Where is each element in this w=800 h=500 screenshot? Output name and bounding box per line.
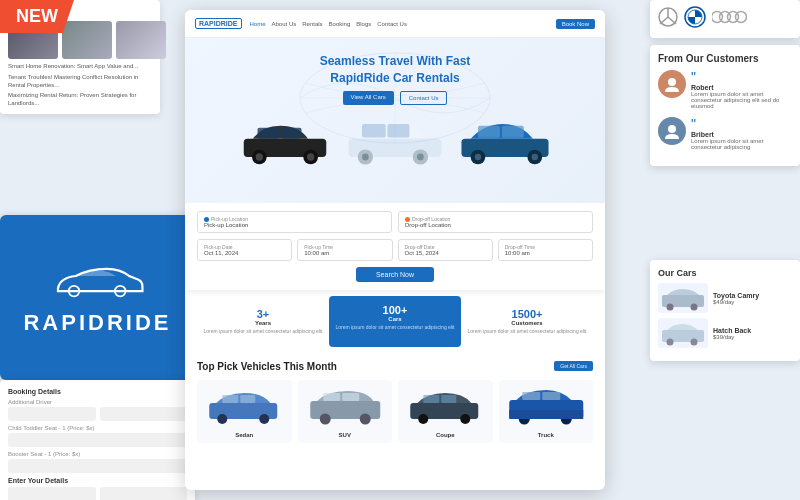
- quote-mark-1: ": [691, 70, 792, 84]
- svg-point-19: [256, 153, 263, 160]
- svg-rect-48: [441, 395, 456, 403]
- svg-line-2: [660, 17, 668, 24]
- logo-section: RAPIDRIDE: [0, 215, 195, 380]
- right-car-thumb-1: [658, 283, 708, 313]
- brand-logo-bmw: [684, 6, 706, 32]
- vehicle-grid: Sedan SUV: [197, 380, 593, 443]
- pick-car-3-image: [403, 385, 488, 425]
- nav-link-contact[interactable]: Contact Us: [377, 21, 407, 27]
- testimonial-content-2: " Bribert Lorem ipsum dolor sit amet con…: [691, 117, 792, 150]
- svg-point-26: [362, 153, 369, 160]
- name-row: [8, 487, 187, 500]
- dropoff-date-value: Oct 15, 2024: [405, 250, 486, 256]
- svg-point-57: [668, 78, 676, 86]
- svg-point-49: [418, 414, 428, 424]
- nav-link-about[interactable]: About Us: [272, 21, 297, 27]
- get-all-cars-button[interactable]: Get All Cars: [554, 361, 593, 371]
- nav-link-home[interactable]: Home: [250, 21, 266, 27]
- testimonial-name-1: Robert: [691, 84, 792, 91]
- pickup-time-value: 10:00 am: [304, 250, 385, 256]
- dropoff-location-value: Drop-off Location: [405, 222, 586, 228]
- nav-link-booking[interactable]: Booking: [329, 21, 351, 27]
- svg-point-33: [475, 153, 481, 159]
- nav-logo: RAPIDRIDE: [195, 18, 242, 29]
- right-car-item-2: Hatch Back $39/day: [658, 318, 792, 348]
- svg-point-40: [259, 414, 269, 424]
- svg-point-61: [691, 304, 698, 311]
- svg-point-60: [667, 304, 674, 311]
- search-section: Pick-up Location Pick-up Location Drop-o…: [185, 203, 605, 290]
- svg-point-39: [217, 414, 227, 424]
- svg-rect-53: [542, 392, 560, 400]
- right-car-thumb-2: [658, 318, 708, 348]
- booster-field: [8, 459, 187, 473]
- stats-section: 3+ Years Lorem ipsum dolor sit amet cons…: [185, 290, 605, 353]
- testimonial-name-2: Bribert: [691, 131, 792, 138]
- pickup-date-field[interactable]: Pick-up Date Oct 11, 2024: [197, 239, 292, 261]
- testimonials-title: From Our Customers: [658, 53, 792, 64]
- right-cars-section: Our Cars Toyota Camry $49/day Hatch Ba: [650, 260, 800, 361]
- brand-name: RAPIDRIDE: [23, 310, 171, 336]
- stat-cars-label: Cars: [335, 316, 455, 322]
- blog-excerpt-3: Maximizing Rental Return: Proven Strateg…: [8, 92, 152, 108]
- pickup-location-field[interactable]: Pick-up Location Pick-up Location: [197, 211, 392, 233]
- quote-mark-2: ": [691, 117, 792, 131]
- right-car-info-1: Toyota Camry $49/day: [713, 292, 759, 305]
- pick-name-3: Coupe: [403, 432, 488, 438]
- svg-point-35: [532, 153, 538, 159]
- search-now-button[interactable]: Search Now: [356, 267, 434, 282]
- dropoff-location-field[interactable]: Drop-off Location Drop-off Location: [398, 211, 593, 233]
- first-name-field: [8, 487, 96, 500]
- testimonials-section: From Our Customers " Robert Lorem ipsum …: [650, 45, 800, 166]
- pickup-date-value: Oct 11, 2024: [204, 250, 285, 256]
- nav-link-blogs[interactable]: Blogs: [356, 21, 371, 27]
- stat-cars-desc: Lorem ipsum dolor sit amet consectetur a…: [335, 324, 455, 331]
- mockup-navbar: RAPIDRIDE Home About Us Rentals Booking …: [185, 10, 605, 38]
- pick-card-1[interactable]: Sedan: [197, 380, 292, 443]
- search-button-container: Search Now: [197, 267, 593, 282]
- dropoff-date-field[interactable]: Drop-off Date Oct 15, 2024: [398, 239, 493, 261]
- child-seat-field: [8, 433, 187, 447]
- testimonial-avatar-1: [658, 70, 686, 98]
- svg-rect-42: [323, 393, 340, 401]
- world-map-bg: [295, 48, 495, 148]
- brand-logo-mercedes: [658, 7, 678, 31]
- svg-rect-38: [240, 395, 255, 403]
- stat-customers-desc: Lorem ipsum dolor sit amet consectetur a…: [467, 328, 587, 335]
- form-field-1: [8, 407, 96, 421]
- svg-rect-31: [502, 125, 524, 137]
- last-name-field: [100, 487, 188, 500]
- svg-rect-52: [522, 392, 540, 400]
- blog-thumb-2: [62, 21, 112, 59]
- nav-links: Home About Us Rentals Booking Blogs Cont…: [250, 21, 548, 27]
- nav-cta-button[interactable]: Book Now: [556, 19, 595, 29]
- svg-point-64: [691, 339, 698, 346]
- pick-name-1: Sedan: [202, 432, 287, 438]
- stat-years-label: Years: [203, 320, 323, 326]
- testimonial-text-2: Lorem ipsum dolor sit amet consectetur a…: [691, 138, 792, 150]
- form-title: Booking Details: [8, 388, 187, 395]
- form-row-1: [8, 407, 187, 421]
- svg-rect-47: [423, 395, 439, 403]
- svg-rect-16: [258, 127, 280, 138]
- pick-card-2[interactable]: SUV: [298, 380, 393, 443]
- svg-rect-37: [222, 395, 238, 403]
- stat-customers: 1500+ Customers Lorem ipsum dolor sit am…: [461, 300, 593, 343]
- right-car-item-1: Toyota Camry $49/day: [658, 283, 792, 313]
- svg-line-3: [668, 17, 676, 24]
- stat-years: 3+ Years Lorem ipsum dolor sit amet cons…: [197, 300, 329, 343]
- booster-label: Booster Seat - 1 (Price: $x): [8, 451, 187, 457]
- pick-card-3[interactable]: Coupe: [398, 380, 493, 443]
- top-picks-title: Top Pick Vehicles This Month: [197, 361, 337, 372]
- nav-link-rentals[interactable]: Rentals: [302, 21, 322, 27]
- svg-rect-43: [342, 393, 359, 401]
- stat-years-desc: Lorem ipsum dolor sit amet consectetur a…: [203, 328, 323, 335]
- hero-section: Seamless Travel With Fast RapidRide Car …: [185, 38, 605, 203]
- dropoff-time-field[interactable]: Drop-off Time 10:00 am: [498, 239, 593, 261]
- stat-customers-number: 1500+: [467, 308, 587, 320]
- dropoff-time-value: 10:00 am: [505, 250, 586, 256]
- pick-card-4[interactable]: Truck: [499, 380, 594, 443]
- pickup-time-field[interactable]: Pick-up Time 10:00 am: [297, 239, 392, 261]
- form-field-2: [100, 407, 188, 421]
- svg-point-63: [667, 339, 674, 346]
